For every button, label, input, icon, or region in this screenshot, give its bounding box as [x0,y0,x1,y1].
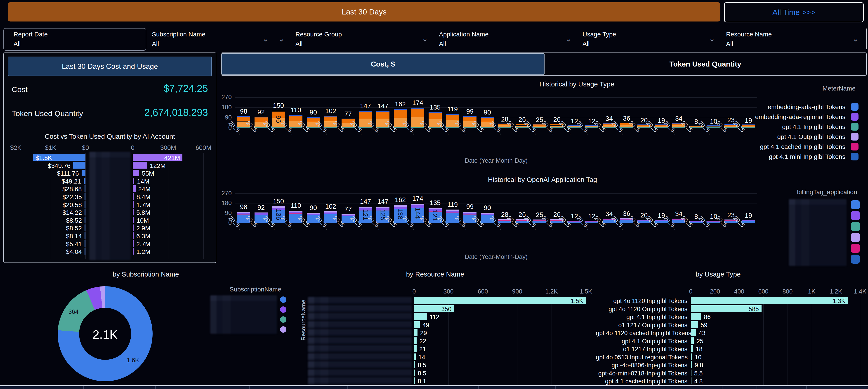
chevron-down-icon[interactable]: ⌄ [852,34,859,44]
redacted-category-label [308,329,412,336]
token-bar [133,209,133,216]
gridline [517,296,518,387]
legend-swatch[interactable] [851,153,859,161]
redacted-category-label [308,337,412,344]
gridline [812,296,812,387]
by-resource-name-panel: by Resource Name 03006009001.2K1.5K1.5K3… [295,268,596,385]
tab-cost[interactable]: Cost, $ [221,53,545,75]
axis-tick-label: 0 [401,288,428,295]
tab-token-used-quantity[interactable]: Token Used Quantity [545,53,866,75]
token-bar-label: 2.7M [136,241,150,248]
redacted-category-label [308,345,412,352]
legend-swatch[interactable] [851,123,859,131]
token-bar [133,248,133,255]
gridline [235,193,757,194]
summary-panel-header: Last 30 Days Cost and Usage [8,57,212,76]
legend-item-label[interactable]: gpt 4.1 Inp glbl Tokens [687,123,845,131]
hbar [691,354,692,360]
token-bar-label: 1.2M [136,248,150,255]
legend-swatch[interactable] [280,326,286,333]
hbar-category-label: gpt 4o 1120 Outp glbl Tokens [596,306,687,313]
hbar-value-label: 8.1 [418,378,426,385]
hbar-category-label: gpt 4.1 Outp glbl Tokens [596,338,687,345]
filter-resource-group[interactable]: Resource Group All ⌄ [296,30,431,50]
cost-bar [85,232,86,239]
by-subscription-name-panel: by Subscription Name 2.1K3641.6KSubscrip… [3,268,295,385]
axis-tick-label: 600 [750,288,777,295]
chart-title: Historical by OpenAI Application Tag [316,176,769,184]
cost-bar-label: $22.35 [32,193,82,201]
bar-segment [742,220,755,220]
hbar-value-label: 49 [423,322,429,329]
filter-resource-name[interactable]: Resource Name All ⌄ [726,30,862,50]
cost-bar-label: $8.14 [32,233,82,240]
legend-swatch[interactable] [851,143,859,150]
cost-bar [85,224,86,231]
gridline [483,296,483,387]
hbar [691,361,692,368]
hbar-value-label: 5.5 [694,370,703,377]
hbar-value-label: 350 [425,306,452,313]
bottom-panel-strip [0,385,868,389]
chevron-down-icon[interactable]: ⌄ [422,34,428,44]
chevron-down-icon[interactable]: ⌄ [278,34,285,44]
filter-application-name[interactable]: Application Name All ⌄ [439,30,575,50]
filter-subscription-name[interactable]: Subscription Name All ⌄ [152,30,287,50]
filter-value: All [13,40,21,48]
axis-tick-label: 600M [190,144,217,151]
legend-swatch[interactable] [280,306,286,313]
legend-swatch[interactable] [851,103,859,111]
filter-usage-type[interactable]: Usage Type All ⌄ [583,30,718,50]
legend-swatch[interactable] [280,316,286,323]
token-used-value: 2,674,018,293 [145,107,208,118]
chevron-down-icon[interactable]: ⌄ [709,34,715,44]
axis-tick-label: 1.2K [822,288,849,295]
token-bar [133,178,134,184]
redacted-legend-labels [210,295,277,334]
hbar-value-label: 8.5 [418,362,426,369]
axis-tick-label: 300M [155,144,182,151]
legend-item-label[interactable]: embedding-ada-regional Tokens [687,113,845,121]
dashboard: Last 30 Days All Time >>> Report Date Al… [0,0,868,389]
legend-swatch[interactable] [851,255,860,263]
filter-label: Usage Type [583,31,616,38]
legend-swatch[interactable] [280,297,286,303]
last-30-days-button[interactable]: Last 30 Days [8,2,720,22]
token-bar [133,193,133,200]
legend-swatch[interactable] [851,200,860,209]
cost-bar [85,201,86,208]
legend-swatch[interactable] [851,211,860,220]
legend-swatch[interactable] [851,233,860,242]
hbar [691,313,701,320]
token-bar [133,240,133,247]
hbar-category-label: gpt-4o-0806-Inp-glbl Tokens [596,362,687,369]
hbar [414,354,416,360]
chevron-down-icon[interactable]: ⌄ [565,34,572,44]
legend-swatch[interactable] [851,222,860,231]
hbar-value-label: 14 [418,354,425,361]
filter-label: Resource Name [726,31,772,38]
x-axis-title: Date (Year-Month-Day) [428,253,564,260]
filter-label: Report Date [13,31,48,38]
cost-bar [84,178,86,184]
gridline [16,153,16,259]
all-time-button[interactable]: All Time >>> [724,2,864,22]
legend-swatch[interactable] [851,113,859,121]
hbar-value-label: 22 [419,338,426,345]
cost-bar-label: $349.76 [21,162,70,169]
legend-item-label[interactable]: gpt 4.1 cached Inp glbl Tokens [687,143,845,150]
x-axis-title: Date (Year-Month-Day) [428,157,564,164]
filter-report-date[interactable]: Report Date All ⌄ [13,30,149,50]
legend-item-label[interactable]: gpt 4.1 Outp glbl Tokens [687,133,845,141]
filter-value: All [296,40,303,48]
legend-item-label[interactable]: gpt 4.1 mini Inp glbl Tokens [687,153,845,161]
axis-tick-label: 300 [435,288,462,295]
bar-segment [742,220,755,221]
legend-swatch[interactable] [851,133,859,141]
legend-swatch[interactable] [851,244,860,253]
hbar-value-label: 18 [696,346,703,353]
cost-bar-label: $20.58 [32,201,82,209]
axis-tick-label: 0 [677,288,704,295]
hbar-value-label: 21 [419,346,426,353]
legend-item-label[interactable]: embedding-ada-glbl Tokens [687,104,845,111]
